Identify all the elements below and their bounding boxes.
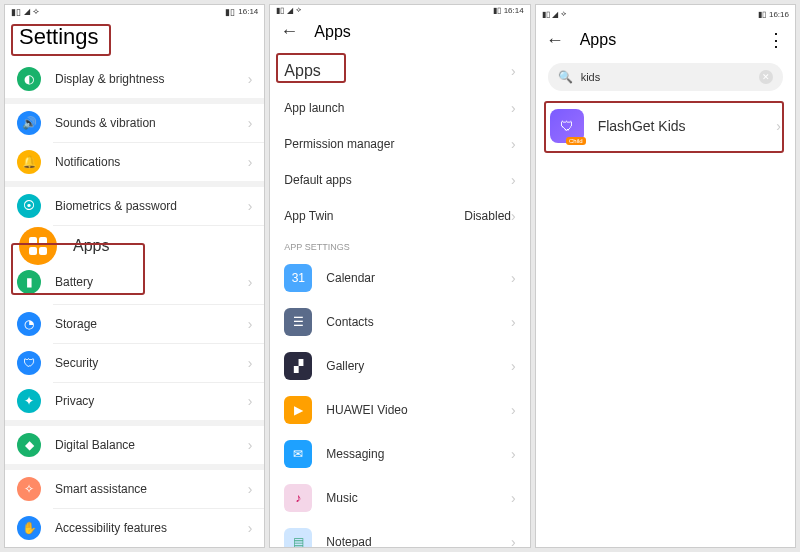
- signal-icon: ▮▯: [11, 7, 21, 17]
- chevron-right-icon: ›: [248, 115, 253, 131]
- result-row-flashget[interactable]: 🛡 Child FlashGet Kids ›: [536, 97, 795, 155]
- chevron-right-icon: ›: [511, 358, 516, 374]
- search-input[interactable]: [581, 71, 751, 83]
- row-smart-assist[interactable]: ✧ Smart assistance ›: [5, 470, 264, 508]
- search-bar[interactable]: 🔍 ✕: [548, 63, 783, 91]
- row-notifications[interactable]: 🔔 Notifications ›: [5, 143, 264, 181]
- row-privacy[interactable]: ✦ Privacy ›: [5, 382, 264, 420]
- calendar-icon: 31: [284, 264, 312, 292]
- row-label: Security: [55, 356, 248, 370]
- battery-icon: ▮▯: [225, 7, 235, 17]
- gallery-icon: ▞: [284, 352, 312, 380]
- header-title: Apps: [314, 23, 350, 41]
- row-label: Display & brightness: [55, 72, 248, 86]
- more-icon[interactable]: ⋮: [767, 29, 785, 51]
- row-label: Apps: [284, 62, 511, 80]
- row-label: Smart assistance: [55, 482, 248, 496]
- app-row-huawei-video[interactable]: ▶ HUAWEI Video ›: [270, 388, 529, 432]
- section-row-permission[interactable]: Permission manager ›: [270, 126, 529, 162]
- app-row-calendar[interactable]: 31 Calendar ›: [270, 256, 529, 300]
- back-icon[interactable]: ←: [280, 21, 298, 42]
- battery-icon: ▮▯: [493, 6, 501, 15]
- section-row-default[interactable]: Default apps ›: [270, 162, 529, 198]
- wifi-icon: ⟡: [296, 5, 301, 15]
- signal-icon: ◢: [24, 7, 30, 16]
- app-row-messaging[interactable]: ✉ Messaging ›: [270, 432, 529, 476]
- battery-icon: ▮▯: [758, 10, 766, 19]
- chevron-right-icon: ›: [248, 520, 253, 536]
- row-apps[interactable]: Apps: [5, 226, 264, 266]
- status-time: 16:14: [238, 7, 258, 16]
- chevron-right-icon: ›: [511, 534, 516, 548]
- accessibility-icon: ✋: [17, 516, 41, 540]
- row-label: Apps: [73, 237, 252, 255]
- privacy-icon: ✦: [17, 389, 41, 413]
- chevron-right-icon: ›: [248, 393, 253, 409]
- music-icon: ♪: [284, 484, 312, 512]
- clear-icon[interactable]: ✕: [759, 70, 773, 84]
- app-label: Music: [326, 491, 511, 505]
- header: ← Apps: [270, 15, 529, 48]
- chevron-right-icon: ›: [511, 136, 516, 152]
- app-row-contacts[interactable]: ☰ Contacts ›: [270, 300, 529, 344]
- notepad-icon: ▤: [284, 528, 312, 548]
- chevron-right-icon: ›: [511, 490, 516, 506]
- bell-icon: 🔔: [17, 150, 41, 174]
- section-row-apps[interactable]: Apps ›: [270, 48, 529, 90]
- section-row-apptwin[interactable]: App Twin Disabled ›: [270, 198, 529, 234]
- row-display[interactable]: ◐ Display & brightness ›: [5, 60, 264, 98]
- row-battery[interactable]: ▮ Battery ›: [5, 266, 264, 304]
- contacts-icon: ☰: [284, 308, 312, 336]
- smart-assist-icon: ✧: [17, 477, 41, 501]
- status-time: 16:16: [769, 10, 789, 19]
- screen-apps-search: ▮▯ ◢ ⟡ ▮▯ 16:16 ← Apps ⋮ 🔍 ✕ 🛡 Child Fla…: [535, 4, 796, 548]
- chevron-right-icon: ›: [511, 100, 516, 116]
- chevron-right-icon: ›: [248, 154, 253, 170]
- row-label: Storage: [55, 317, 248, 331]
- row-label: Sounds & vibration: [55, 116, 248, 130]
- chevron-right-icon: ›: [511, 446, 516, 462]
- app-label: Calendar: [326, 271, 511, 285]
- screen-apps: ▮▯ ◢ ⟡ ▮▯ 16:14 ← Apps Apps › App launch…: [269, 4, 530, 548]
- messaging-icon: ✉: [284, 440, 312, 468]
- chevron-right-icon: ›: [511, 402, 516, 418]
- app-label: Contacts: [326, 315, 511, 329]
- result-label: FlashGet Kids: [598, 118, 777, 134]
- app-row-notepad[interactable]: ▤ Notepad ›: [270, 520, 529, 548]
- child-badge: Child: [566, 137, 586, 145]
- row-digital-balance[interactable]: ◆ Digital Balance ›: [5, 426, 264, 464]
- header: ← Apps ⋮: [536, 23, 795, 57]
- section-row-app-launch[interactable]: App launch ›: [270, 90, 529, 126]
- chevron-right-icon: ›: [511, 270, 516, 286]
- apps-icon: [19, 227, 57, 265]
- digital-balance-icon: ◆: [17, 433, 41, 457]
- row-label: Default apps: [284, 173, 511, 187]
- chevron-right-icon: ›: [248, 355, 253, 371]
- chevron-right-icon: ›: [511, 63, 516, 79]
- status-time: 16:14: [504, 6, 524, 15]
- biometrics-icon: ⦿: [17, 194, 41, 218]
- row-accessibility[interactable]: ✋ Accessibility features ›: [5, 509, 264, 547]
- statusbar: ▮▯ ◢ ⟡ ▮▯ 16:16: [536, 5, 795, 23]
- page-title: Settings: [5, 18, 264, 60]
- statusbar: ▮▯ ◢ ⟡ ▮▯ 16:14: [270, 5, 529, 15]
- row-security[interactable]: 🛡 Security ›: [5, 344, 264, 382]
- row-label: Battery: [55, 275, 248, 289]
- chevron-right-icon: ›: [248, 198, 253, 214]
- back-icon[interactable]: ←: [546, 30, 564, 51]
- sound-icon: 🔊: [17, 111, 41, 135]
- row-biometrics[interactable]: ⦿ Biometrics & password ›: [5, 187, 264, 225]
- chevron-right-icon: ›: [776, 118, 781, 134]
- chevron-right-icon: ›: [248, 316, 253, 332]
- signal-icon: ▮▯ ◢: [542, 10, 558, 19]
- row-storage[interactable]: ◔ Storage ›: [5, 305, 264, 343]
- row-label: Biometrics & password: [55, 199, 248, 213]
- row-label: Digital Balance: [55, 438, 248, 452]
- app-row-gallery[interactable]: ▞ Gallery ›: [270, 344, 529, 388]
- row-label: Notifications: [55, 155, 248, 169]
- row-label: Permission manager: [284, 137, 511, 151]
- video-icon: ▶: [284, 396, 312, 424]
- wifi-icon: ⟡: [33, 6, 39, 17]
- app-row-music[interactable]: ♪ Music ›: [270, 476, 529, 520]
- row-sounds[interactable]: 🔊 Sounds & vibration ›: [5, 104, 264, 142]
